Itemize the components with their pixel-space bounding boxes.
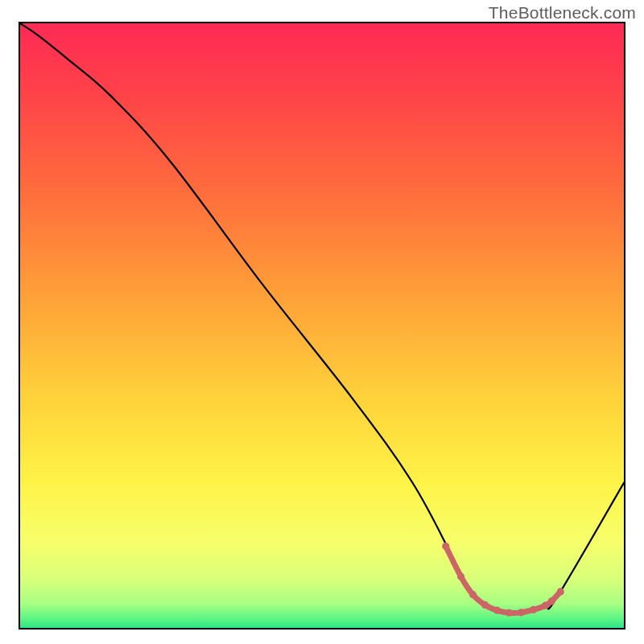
sweet-spot-point	[557, 588, 564, 595]
chart-stage: TheBottleneck.com	[0, 0, 644, 644]
gradient-background	[20, 23, 624, 628]
sweet-spot-point	[542, 602, 549, 609]
sweet-spot-point	[506, 609, 513, 617]
plot-area	[19, 22, 625, 630]
chart-svg	[20, 23, 624, 628]
sweet-spot-point	[493, 607, 501, 614]
sweet-spot-point	[530, 606, 537, 613]
sweet-spot-point	[547, 597, 555, 605]
sweet-spot-point	[469, 591, 477, 598]
sweet-spot-point	[457, 573, 464, 580]
sweet-spot-point	[518, 609, 525, 616]
sweet-spot-point	[481, 601, 489, 609]
watermark-text: TheBottleneck.com	[489, 3, 636, 23]
sweet-spot-point	[442, 543, 449, 550]
